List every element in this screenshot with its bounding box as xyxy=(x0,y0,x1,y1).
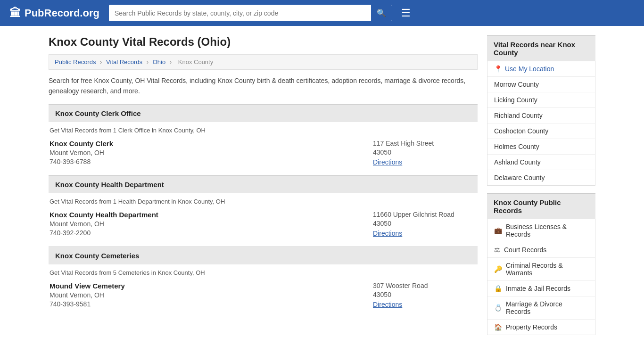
section-health-header: Knox County Health Department xyxy=(49,175,478,193)
logo-text: PubRecord.org xyxy=(25,7,99,19)
section-clerk-subdesc: Get Vital Records from 1 Clerk Office in… xyxy=(49,127,478,134)
record-zip-clerk: 43050 xyxy=(373,148,477,156)
sidebar-use-my-location[interactable]: 📍 Use My Location xyxy=(487,61,595,77)
sidebar-item-property[interactable]: 🏠 Property Records xyxy=(487,320,595,335)
section-cemeteries-header: Knox County Cemeteries xyxy=(49,247,478,264)
directions-link-clerk[interactable]: Directions xyxy=(373,158,402,166)
record-city-health: Mount Vernon, OH xyxy=(50,220,363,228)
section-health-subdesc: Get Vital Records from 1 Health Departme… xyxy=(49,198,478,205)
record-zip-cemetery: 43050 xyxy=(373,291,477,298)
site-header: 🏛 PubRecord.org 🔍 ☰ xyxy=(0,0,644,26)
breadcrumb-public-records[interactable]: Public Records xyxy=(55,58,96,66)
record-right-health: 11660 Upper Gilchrist Road 43050 Directi… xyxy=(373,211,477,237)
search-input[interactable] xyxy=(109,6,371,21)
menu-icon: ☰ xyxy=(401,7,411,19)
directions-link-cemetery[interactable]: Directions xyxy=(373,301,402,308)
link-inmate[interactable]: Inmate & Jail Records xyxy=(506,285,570,292)
link-property[interactable]: Property Records xyxy=(506,323,557,331)
record-address-health: 11660 Upper Gilchrist Road xyxy=(373,211,477,218)
record-left-cemetery: Mound View Cemetery Mount Vernon, OH 740… xyxy=(50,282,363,308)
sidebar-item-coshocton[interactable]: Coshocton County xyxy=(487,123,595,139)
location-icon: 📍 xyxy=(494,65,502,73)
link-criminal[interactable]: Criminal Records & Warrants xyxy=(506,262,588,277)
record-address-cemetery: 307 Wooster Road xyxy=(373,282,477,289)
sidebar-public-records-list: 💼 Business Licenses & Records ⚖ Court Re… xyxy=(487,219,595,335)
record-entry-cemetery: Mound View Cemetery Mount Vernon, OH 740… xyxy=(49,282,478,308)
sidebar-nearby-title: Vital Records near Knox County xyxy=(487,35,595,61)
breadcrumb: Public Records › Vital Records › Ohio › … xyxy=(49,54,478,70)
record-phone-cemetery: 740-393-9581 xyxy=(50,300,363,308)
link-coshocton[interactable]: Coshocton County xyxy=(494,127,548,135)
record-name-clerk: Knox County Clerk xyxy=(50,140,363,148)
sidebar-item-business[interactable]: 💼 Business Licenses & Records xyxy=(487,219,595,242)
page-description: Search for free Knox County, OH Vital Re… xyxy=(49,75,478,97)
search-icon: 🔍 xyxy=(377,9,386,17)
content-area: Knox County Vital Records (Ohio) Public … xyxy=(49,35,478,343)
record-right-cemetery: 307 Wooster Road 43050 Directions xyxy=(373,282,477,308)
record-name-health: Knox County Health Department xyxy=(50,211,363,219)
breadcrumb-knox-county: Knox County xyxy=(178,58,213,66)
main-container: Knox County Vital Records (Ohio) Public … xyxy=(39,26,605,352)
link-business[interactable]: Business Licenses & Records xyxy=(506,223,588,238)
sidebar-item-holmes[interactable]: Holmes County xyxy=(487,139,595,155)
search-bar: 🔍 xyxy=(109,5,392,21)
key-icon: 🔑 xyxy=(494,265,502,273)
sidebar-item-marriage[interactable]: 💍 Marriage & Divorce Records xyxy=(487,296,595,320)
record-city-clerk: Mount Vernon, OH xyxy=(50,149,363,156)
link-marriage[interactable]: Marriage & Divorce Records xyxy=(506,300,588,315)
ring-icon: 💍 xyxy=(494,304,502,312)
link-licking[interactable]: Licking County xyxy=(494,96,537,104)
logo-icon: 🏛 xyxy=(9,7,21,20)
search-button[interactable]: 🔍 xyxy=(371,5,392,21)
breadcrumb-vital-records[interactable]: Vital Records xyxy=(106,58,142,66)
record-phone-clerk: 740-393-6788 xyxy=(50,158,363,165)
sidebar-nearby-list: 📍 Use My Location Morrow County Licking … xyxy=(487,61,595,186)
record-left-clerk: Knox County Clerk Mount Vernon, OH 740-3… xyxy=(50,140,363,166)
scales-icon: ⚖ xyxy=(494,246,500,254)
link-richland[interactable]: Richland County xyxy=(494,112,543,119)
record-right-clerk: 117 East High Street 43050 Directions xyxy=(373,140,477,166)
sidebar-item-court[interactable]: ⚖ Court Records xyxy=(487,242,595,258)
record-entry-clerk: Knox County Clerk Mount Vernon, OH 740-3… xyxy=(49,140,478,166)
sidebar-item-licking[interactable]: Licking County xyxy=(487,92,595,108)
use-my-location-label: Use My Location xyxy=(505,65,554,73)
record-zip-health: 43050 xyxy=(373,220,477,227)
house-icon: 🏠 xyxy=(494,323,502,331)
record-city-cemetery: Mount Vernon, OH xyxy=(50,291,363,299)
sidebar-public-records-title: Knox County Public Records xyxy=(487,193,595,219)
sidebar: Vital Records near Knox County 📍 Use My … xyxy=(487,35,595,343)
section-cemeteries-subdesc: Get Vital Records from 5 Cemeteries in K… xyxy=(49,269,478,276)
lock-icon: 🔒 xyxy=(494,285,502,292)
link-ashland[interactable]: Ashland County xyxy=(494,158,541,166)
sidebar-item-richland[interactable]: Richland County xyxy=(487,108,595,123)
sidebar-item-ashland[interactable]: Ashland County xyxy=(487,155,595,170)
record-phone-health: 740-392-2200 xyxy=(50,229,363,237)
sidebar-item-morrow[interactable]: Morrow County xyxy=(487,77,595,92)
sidebar-item-delaware[interactable]: Delaware County xyxy=(487,170,595,185)
directions-link-health[interactable]: Directions xyxy=(373,230,402,237)
page-title: Knox County Vital Records (Ohio) xyxy=(49,35,478,49)
link-morrow[interactable]: Morrow County xyxy=(494,81,539,88)
record-entry-health: Knox County Health Department Mount Vern… xyxy=(49,211,478,237)
link-court[interactable]: Court Records xyxy=(504,246,546,254)
record-left-health: Knox County Health Department Mount Vern… xyxy=(50,211,363,237)
record-address-clerk: 117 East High Street xyxy=(373,140,477,147)
site-logo[interactable]: 🏛 PubRecord.org xyxy=(9,7,99,20)
link-delaware[interactable]: Delaware County xyxy=(494,174,545,181)
section-clerk-header: Knox County Clerk Office xyxy=(49,104,478,122)
record-name-cemetery: Mound View Cemetery xyxy=(50,282,363,290)
menu-button[interactable]: ☰ xyxy=(401,8,411,18)
breadcrumb-ohio[interactable]: Ohio xyxy=(153,58,165,66)
sidebar-item-criminal[interactable]: 🔑 Criminal Records & Warrants xyxy=(487,258,595,281)
briefcase-icon: 💼 xyxy=(494,227,502,234)
link-holmes[interactable]: Holmes County xyxy=(494,143,539,150)
sidebar-item-inmate[interactable]: 🔒 Inmate & Jail Records xyxy=(487,281,595,296)
